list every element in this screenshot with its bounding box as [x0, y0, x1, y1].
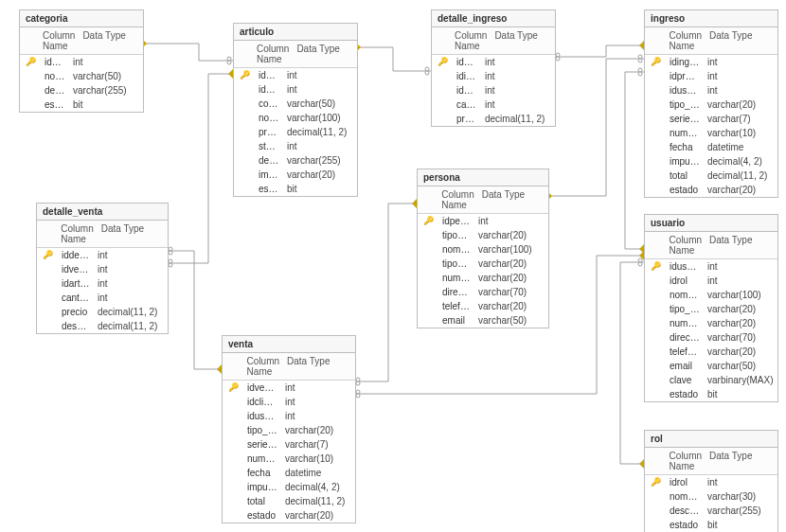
column-row[interactable]: stockint [234, 139, 357, 153]
column-row[interactable]: emailvarchar(50) [645, 359, 777, 373]
primary-key-icon: 🔑 [418, 214, 438, 228]
column-row[interactable]: nombrevarchar(100) [234, 111, 357, 125]
header-data-type: Data Type [79, 27, 143, 54]
column-row[interactable]: direccionvarchar(70) [418, 285, 548, 299]
column-row[interactable]: 🔑iddetalle_ing...int [432, 55, 555, 69]
svg-point-21 [356, 378, 360, 381]
column-name: estado [666, 183, 704, 197]
column-type: bit [704, 387, 777, 401]
column-name: idrol [666, 475, 704, 489]
column-row[interactable]: tipo_personavarchar(20) [418, 228, 548, 242]
column-row[interactable]: idusuarioint [223, 409, 355, 423]
column-row[interactable]: preciodecimal(11, 2) [432, 112, 555, 126]
column-name: iddetalle_ing... [453, 55, 481, 69]
column-row[interactable]: idusuarioint [645, 83, 777, 98]
entity-table-articulo[interactable]: articulokColumn NameData Type🔑idarticulo… [233, 23, 358, 197]
header-column-name: Column Name [438, 186, 477, 213]
column-row[interactable]: direccionvarchar(70) [645, 330, 777, 345]
key-slot [223, 409, 243, 423]
column-row[interactable]: totaldecimal(11, 2) [223, 494, 355, 508]
column-row[interactable]: impuestodecimal(4, 2) [645, 154, 777, 168]
column-row[interactable]: estadobit [234, 182, 357, 196]
column-row[interactable]: emailvarchar(50) [418, 313, 548, 328]
column-row[interactable]: fechadatetime [645, 140, 777, 154]
entity-table-rol[interactable]: rolkColumn NameData Type🔑idrolintnombrev… [644, 430, 778, 532]
column-row[interactable]: idarticuloint [37, 276, 168, 291]
column-row[interactable]: 🔑idrolint [645, 475, 777, 489]
column-row[interactable]: preciodecimal(11, 2) [37, 305, 168, 319]
column-row[interactable]: 🔑idpersonaint [418, 214, 548, 228]
column-row[interactable]: num_documentovarchar(20) [645, 316, 777, 330]
entity-table-detalle_ingreso[interactable]: detalle_ingresokColumn NameData Type🔑idd… [431, 9, 556, 127]
column-row[interactable]: descripcionvarchar(255) [234, 153, 357, 168]
column-row[interactable]: 🔑idventaint [223, 381, 355, 395]
column-row[interactable]: nombrevarchar(50) [20, 69, 143, 83]
column-row[interactable]: tipo_documentovarchar(20) [418, 257, 548, 271]
column-row[interactable]: serie_comprobantevarchar(7) [645, 112, 777, 126]
entity-table-detalle_venta[interactable]: detalle_ventakColumn NameData Type🔑iddet… [36, 203, 169, 334]
column-row[interactable]: cantidadint [432, 98, 555, 112]
entity-table-categoria[interactable]: categoriakColumn NameData Type🔑idcategor… [19, 9, 144, 113]
column-row[interactable]: tipo_comprobantevarchar(20) [645, 98, 777, 112]
svg-point-1 [227, 61, 231, 64]
column-row[interactable]: precio_ventadecimal(11, 2) [234, 125, 357, 139]
column-row[interactable]: codigovarchar(50) [234, 97, 357, 111]
header-column-name: Column Name [666, 27, 706, 54]
column-row[interactable]: 🔑idingresoint [645, 55, 777, 69]
key-slot [645, 387, 666, 401]
column-row[interactable]: telefonovarchar(20) [645, 345, 777, 359]
column-row[interactable]: telefonovarchar(20) [418, 299, 548, 313]
column-row[interactable]: idventaint [37, 262, 168, 276]
column-row[interactable]: 🔑idusuarioint [645, 259, 777, 274]
key-slot [645, 504, 666, 518]
key-slot [37, 291, 58, 305]
entity-table-usuario[interactable]: usuariokColumn NameData Type🔑idusuarioin… [644, 214, 778, 402]
column-row[interactable]: 🔑idcategoriaint [20, 55, 143, 69]
column-name: nombre [438, 242, 474, 257]
column-row[interactable]: num_comprobantevarchar(10) [223, 452, 355, 466]
entity-table-persona[interactable]: personakColumn NameData Type🔑idpersonain… [417, 168, 549, 328]
column-row[interactable]: idarticuloint [432, 83, 555, 98]
entity-table-ingreso[interactable]: ingresokColumn NameData Type🔑idingresoin… [644, 9, 778, 198]
column-row[interactable]: 🔑idarticuloint [234, 68, 357, 82]
entity-table-venta[interactable]: ventakColumn NameData Type🔑idventaintidc… [222, 335, 356, 523]
column-row[interactable]: serie_comprobantevarchar(7) [223, 437, 355, 452]
column-row[interactable]: idingresoint [432, 69, 555, 83]
column-row[interactable]: idclienteint [223, 395, 355, 409]
column-name: idventa [58, 262, 94, 276]
svg-point-12 [638, 68, 642, 72]
column-row[interactable]: tipo_comprobantevarchar(20) [223, 423, 355, 437]
column-row[interactable]: nombrevarchar(100) [645, 288, 777, 302]
column-row[interactable]: clavevarbinary(MAX) [645, 373, 777, 387]
column-row[interactable]: impuestodecimal(4, 2) [223, 480, 355, 494]
column-row[interactable]: num_documentovarchar(20) [418, 271, 548, 285]
primary-key-icon: 🔑 [645, 259, 666, 274]
column-row[interactable]: estadobit [645, 387, 777, 401]
column-row[interactable]: tipo_documentovarchar(20) [645, 302, 777, 316]
column-row[interactable]: estadovarchar(20) [645, 183, 777, 197]
column-row[interactable]: 🔑iddetalle_ventaint [37, 248, 168, 262]
column-row[interactable]: descripcionvarchar(255) [20, 83, 143, 98]
column-row[interactable]: idproveedorint [645, 69, 777, 83]
column-type: int [704, 475, 777, 489]
column-row[interactable]: descripcionvarchar(255) [645, 504, 777, 518]
column-row[interactable]: estadobit [20, 98, 143, 112]
column-row[interactable]: nombrevarchar(100) [418, 242, 548, 257]
column-row[interactable]: fechadatetime [223, 466, 355, 480]
column-row[interactable]: estadovarchar(20) [223, 508, 355, 523]
header-column-name: Column Name [666, 448, 706, 474]
key-slot [645, 83, 666, 98]
column-name: tipo_persona [438, 228, 474, 242]
column-row[interactable]: idcategoriaint [234, 82, 357, 97]
column-row[interactable]: num_comprobantevarchar(10) [645, 126, 777, 140]
column-row[interactable]: totaldecimal(11, 2) [645, 168, 777, 183]
column-row[interactable]: estadobit [645, 518, 777, 532]
column-row[interactable]: idrolint [645, 274, 777, 288]
column-name: imagen [255, 168, 283, 182]
er-diagram-canvas: categoriakColumn NameData Type🔑idcategor… [0, 0, 786, 532]
key-slot [234, 111, 255, 125]
column-row[interactable]: imagenvarchar(20) [234, 168, 357, 182]
column-row[interactable]: nombrevarchar(30) [645, 489, 777, 504]
column-row[interactable]: cantidadint [37, 291, 168, 305]
column-row[interactable]: descuentodecimal(11, 2) [37, 319, 168, 333]
